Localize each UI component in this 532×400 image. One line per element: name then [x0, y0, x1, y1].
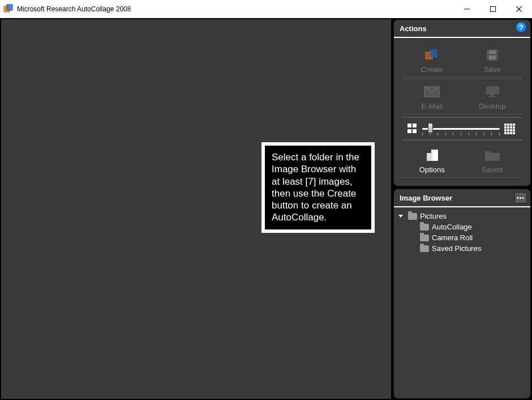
close-button[interactable]	[506, 0, 532, 18]
saved-label: Saved	[482, 165, 503, 174]
options-icon	[423, 148, 440, 162]
svg-rect-3	[491, 6, 496, 11]
desktop-label: Desktop	[479, 102, 506, 110]
tree-node-pictures[interactable]: Pictures	[396, 211, 528, 222]
svg-rect-7	[430, 49, 437, 57]
save-icon	[484, 48, 501, 62]
saved-button[interactable]: Saved	[462, 143, 523, 177]
folder-icon	[408, 213, 417, 220]
save-button[interactable]: Save	[462, 42, 523, 77]
options-button[interactable]: Options	[402, 143, 462, 177]
options-label: Options	[419, 165, 445, 174]
content: Select a folder in the Image Browser wit…	[0, 18, 532, 400]
folder-icon	[420, 224, 429, 231]
tree-node-camera-roll[interactable]: Camera Roll	[396, 232, 528, 243]
email-icon	[423, 85, 440, 99]
tree-label: AutoCollage	[432, 223, 472, 231]
svg-rect-13	[491, 95, 494, 96]
hint-card: Select a folder in the Image Browser wit…	[261, 142, 375, 233]
tree-label: Camera Roll	[432, 233, 473, 242]
chevron-down-icon	[398, 215, 403, 218]
window-title: Microsoft Research AutoCollage 2008	[17, 5, 454, 13]
tree-label: Saved Pictures	[432, 244, 481, 253]
grid-small-icon	[407, 124, 418, 134]
titlebar: Microsoft Research AutoCollage 2008	[0, 0, 532, 18]
tree-label: Pictures	[420, 212, 447, 220]
browse-more-button[interactable]: •••	[514, 192, 527, 203]
svg-rect-16	[427, 153, 432, 161]
hint-text: Select a folder in the Image Browser wit…	[272, 152, 359, 223]
actions-title: Actions	[400, 24, 427, 33]
minimize-button[interactable]	[454, 0, 480, 18]
svg-rect-10	[489, 56, 496, 59]
svg-rect-14	[488, 96, 496, 97]
actions-header: Actions ?	[394, 20, 530, 37]
side-panels: Actions ? Create Save	[392, 18, 532, 400]
create-icon	[423, 48, 440, 62]
window-controls	[454, 0, 532, 18]
image-browser-header: Image Browser •••	[394, 189, 530, 207]
email-label: E-Mail	[422, 102, 443, 110]
svg-rect-9	[489, 50, 496, 54]
actions-panel: Actions ? Create Save	[393, 19, 531, 186]
saved-folder-icon	[484, 148, 501, 162]
tree-node-autocollage[interactable]: AutoCollage	[396, 222, 528, 232]
tree-node-saved-pictures[interactable]: Saved Pictures	[396, 243, 528, 254]
create-label: Create	[421, 65, 443, 74]
desktop-icon	[484, 85, 501, 99]
svg-rect-12	[486, 86, 499, 95]
image-browser-title: Image Browser	[400, 194, 452, 202]
save-label: Save	[484, 65, 501, 74]
thumbnail-size-row	[402, 117, 522, 141]
svg-rect-1	[7, 5, 12, 10]
create-button[interactable]: Create	[402, 42, 462, 77]
folder-icon	[420, 235, 429, 241]
desktop-button[interactable]: Desktop	[462, 79, 523, 114]
image-browser-panel: Image Browser ••• Pictures AutoCollage C…	[393, 189, 531, 399]
help-button[interactable]: ?	[516, 22, 527, 33]
folder-icon	[420, 245, 429, 252]
email-button[interactable]: E-Mail	[402, 79, 462, 114]
folder-tree: Pictures AutoCollage Camera Roll Saved P…	[394, 207, 530, 257]
maximize-button[interactable]	[480, 0, 506, 18]
canvas-area: Select a folder in the Image Browser wit…	[0, 18, 392, 400]
thumbnail-size-slider[interactable]	[422, 124, 500, 133]
grid-large-icon	[504, 124, 517, 134]
app-icon	[3, 4, 14, 14]
